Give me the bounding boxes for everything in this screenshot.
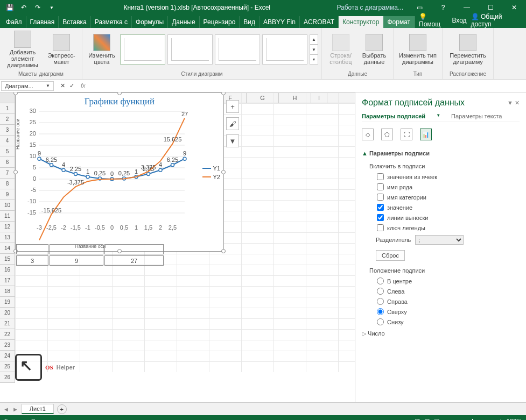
sheet-tab[interactable]: Лист1	[22, 404, 54, 414]
cb-legend-key[interactable]: ключ легенды	[362, 223, 520, 233]
row-header[interactable]: 12	[0, 222, 15, 232]
row-header[interactable]: 14	[0, 243, 15, 254]
chart-brush-icon[interactable]: 🖌	[226, 117, 239, 130]
name-box[interactable]: Диаграм...▼	[1, 81, 54, 91]
select-all-corner[interactable]	[0, 92, 15, 103]
tab-insert[interactable]: Вставка	[59, 16, 91, 28]
share-button[interactable]: 👤 Общий доступ	[471, 13, 520, 28]
tab-data[interactable]: Данные	[168, 16, 199, 28]
row-header[interactable]: 8	[0, 179, 15, 189]
row-header[interactable]: 5	[0, 146, 15, 157]
rb-center[interactable]: В центре	[362, 276, 520, 286]
accept-fx-icon[interactable]: ✓	[69, 82, 74, 89]
tab-home[interactable]: Главная	[26, 16, 59, 28]
sheet-nav-prev-icon[interactable]: ◄	[3, 406, 9, 412]
gallery-down-icon[interactable]: ▼	[310, 45, 318, 55]
tab-acrobat[interactable]: ACROBAT	[300, 16, 339, 28]
tab-formulas[interactable]: Формулы	[132, 16, 168, 28]
row-header[interactable]: 10	[0, 200, 15, 211]
resize-handle-w[interactable]	[13, 170, 18, 174]
chart-filter-icon[interactable]: ▼	[226, 134, 239, 147]
view-layout-icon[interactable]: ▥	[424, 418, 430, 421]
plot-area[interactable]: -15-10-5051015202530-3-2,5-2-1,5-1-0,500…	[39, 111, 185, 224]
pane-sub-options[interactable]: Параметры подписей	[362, 113, 425, 119]
style-thumb-1[interactable]	[120, 34, 165, 65]
view-break-icon[interactable]: ▤	[434, 418, 439, 421]
quick-layout-button[interactable]: Экспресс-макет	[44, 31, 79, 68]
chart-legend[interactable]: Y1 Y2	[202, 163, 220, 182]
row-header[interactable]: 21	[0, 318, 15, 329]
label-options-icon[interactable]: 📊	[420, 129, 432, 140]
pane-sub-text[interactable]: Параметры текста	[451, 113, 502, 119]
row-header[interactable]: 4	[0, 136, 15, 146]
visible-table[interactable]: 3927	[15, 243, 165, 267]
row-header[interactable]: 16	[0, 265, 15, 275]
cb-series-name[interactable]: имя ряда	[362, 182, 520, 192]
row-header[interactable]: 9	[0, 189, 15, 200]
reset-button[interactable]: Сброс	[376, 250, 405, 261]
pane-close-icon[interactable]: ▼ ✕	[507, 99, 520, 106]
cb-value[interactable]: значение	[362, 202, 520, 212]
undo-icon[interactable]: ↶	[17, 1, 30, 14]
switch-row-col-button[interactable]: Строка/столбец	[325, 31, 356, 68]
worksheet[interactable]: ABCDEFGHI 123456789101112131415161718192…	[0, 92, 355, 402]
row-header[interactable]: 24	[0, 351, 15, 361]
row-header[interactable]: 17	[0, 275, 15, 286]
gallery-up-icon[interactable]: ▲	[310, 34, 318, 45]
row-header[interactable]: 2	[0, 114, 15, 125]
row-header[interactable]: 15	[0, 254, 15, 265]
y-axis-label[interactable]: Название оси	[15, 119, 20, 150]
style-thumb-3[interactable]	[215, 34, 260, 65]
rb-bottom[interactable]: Снизу	[362, 317, 520, 327]
tell-me[interactable]: 💡 Помощ	[419, 13, 447, 28]
save-icon[interactable]: 💾	[3, 1, 16, 14]
tab-design[interactable]: Конструктор	[339, 16, 383, 28]
tab-file[interactable]: Файл	[2, 16, 26, 28]
add-chart-element-button[interactable]: Добавить элемент диаграммы	[3, 31, 42, 68]
cb-cell-values[interactable]: значения из ячеек	[362, 172, 520, 182]
zoom-out-icon[interactable]: −	[444, 418, 447, 420]
rb-left[interactable]: Слева	[362, 286, 520, 296]
row-header[interactable]: 22	[0, 329, 15, 340]
resize-handle-se[interactable]	[221, 249, 226, 253]
cb-category-name[interactable]: имя категории	[362, 192, 520, 202]
chart-object[interactable]: Графики функций Название оси Название ос…	[15, 92, 224, 252]
zoom-level[interactable]: 100%	[507, 418, 522, 420]
cancel-fx-icon[interactable]: ✕	[60, 82, 65, 89]
chart-title[interactable]: Графики функций	[16, 93, 223, 110]
tab-view[interactable]: Вид	[240, 16, 260, 28]
cb-leader-lines[interactable]: линии выноски	[362, 212, 520, 223]
row-header[interactable]: 3	[0, 125, 15, 136]
section-number[interactable]: ▷ Число	[362, 327, 520, 340]
select-data-button[interactable]: Выбрать данные	[359, 31, 390, 68]
effects-icon[interactable]: ⬠	[381, 129, 393, 140]
size-icon[interactable]: ⛶	[401, 129, 412, 140]
redo-icon[interactable]: ↷	[31, 1, 44, 14]
separator-select[interactable]: ;	[415, 235, 464, 245]
style-thumb-4[interactable]	[262, 34, 307, 65]
chart-plus-icon[interactable]: +	[226, 100, 239, 113]
qat-more-icon[interactable]: ▼	[45, 1, 58, 14]
new-sheet-icon[interactable]: +	[57, 404, 67, 414]
row-header[interactable]: 20	[0, 308, 15, 318]
tab-review[interactable]: Рецензиро	[200, 16, 240, 28]
tab-abbyy[interactable]: ABBYY Fin	[260, 16, 300, 28]
tab-format[interactable]: Формат	[383, 16, 415, 28]
style-thumb-2[interactable]	[167, 34, 213, 65]
row-header[interactable]: 7	[0, 168, 15, 179]
row-header[interactable]: 18	[0, 286, 15, 297]
row-header[interactable]: 26	[0, 372, 15, 383]
row-header[interactable]: 1	[0, 103, 15, 114]
move-chart-button[interactable]: Переместить диаграмму	[446, 31, 490, 68]
resize-handle-e[interactable]	[221, 170, 226, 174]
section-label-options[interactable]: ▲ Параметры подписи	[362, 147, 520, 160]
row-header[interactable]: 23	[0, 340, 15, 351]
signin-link[interactable]: Вход	[452, 17, 466, 24]
change-colors-button[interactable]: Изменить цвета	[86, 31, 118, 68]
fill-line-icon[interactable]: ◇	[362, 129, 374, 140]
sheet-nav-next-icon[interactable]: ►	[12, 406, 18, 412]
change-chart-type-button[interactable]: Изменить тип диаграммы	[397, 31, 439, 68]
row-header[interactable]: 6	[0, 157, 15, 168]
row-header[interactable]: 19	[0, 297, 15, 308]
row-header[interactable]: 13	[0, 232, 15, 243]
